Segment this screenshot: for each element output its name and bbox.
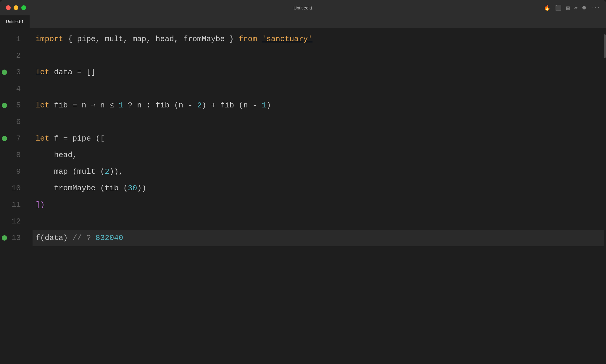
- line-num-11: 11: [9, 197, 27, 213]
- code-line-6: [33, 114, 604, 130]
- window-title: Untitled-1: [294, 5, 312, 10]
- token-let-3: let: [36, 64, 49, 80]
- code-line-11: ]): [33, 197, 604, 213]
- token-10-1: fromMaybe (fib (: [36, 180, 128, 197]
- token-5-2: ? n : fib (n -: [123, 97, 197, 114]
- bp-row-3[interactable]: [0, 64, 9, 80]
- split-icon[interactable]: ▦: [566, 4, 570, 11]
- bp-row-8: [0, 147, 9, 163]
- token-5-num2: 2: [197, 97, 202, 114]
- line-num-9: 9: [9, 163, 27, 180]
- token-9-2: )),: [109, 163, 123, 180]
- tab-bar: Untitled-1: [0, 15, 606, 28]
- token-1-1: { pipe, mult, map, head, fromMaybe }: [63, 31, 239, 47]
- bp-row-2: [0, 47, 9, 64]
- bp-row-5[interactable]: [0, 97, 9, 114]
- bp-row-11: [0, 197, 9, 213]
- token-10-num1: 30: [128, 180, 137, 197]
- token-13-1: f(data): [36, 230, 72, 246]
- token-13-comment: // ?: [72, 230, 91, 246]
- minimize-button[interactable]: [14, 5, 18, 10]
- token-5-3: ) + fib (n -: [202, 97, 262, 114]
- scrollbar[interactable]: [604, 28, 606, 364]
- line-num-2: 2: [9, 47, 27, 64]
- bp-row-6: [0, 114, 9, 130]
- line-num-12: 12: [9, 213, 27, 230]
- bp-row-13[interactable]: [0, 230, 9, 246]
- code-line-4: [33, 80, 604, 97]
- line-num-6: 6: [9, 114, 27, 130]
- line-num-13: 13: [9, 230, 27, 246]
- titlebar: Untitled-1 🔥 ⬛ ▦ ▱ ···: [0, 0, 606, 15]
- breakpoints-area: [0, 28, 9, 364]
- line-num-4: 4: [9, 80, 27, 97]
- flame-icon[interactable]: 🔥: [544, 4, 550, 11]
- scrollbar-thumb[interactable]: [604, 34, 606, 58]
- bp-row-1: [0, 31, 9, 47]
- code-line-2: [33, 47, 604, 64]
- token-13-space: [91, 230, 96, 246]
- bp-row-12: [0, 213, 9, 230]
- token-5-1: fib = n ⇒ n ≤: [49, 97, 119, 114]
- bp-row-10: [0, 180, 9, 197]
- token-3-1: data = []: [49, 64, 96, 80]
- token-9-1: map (mult (: [36, 163, 105, 180]
- token-13-result: 832040: [96, 230, 123, 246]
- code-line-8: head,: [33, 147, 604, 163]
- code-line-13: f(data) // ? 832040: [33, 230, 604, 246]
- token-1-2: [257, 31, 262, 47]
- code-line-1: import { pipe, mult, map, head, fromMayb…: [33, 31, 604, 47]
- line-num-3: 3: [9, 64, 27, 80]
- close-button[interactable]: [6, 5, 11, 10]
- tab-untitled[interactable]: Untitled-1: [0, 15, 30, 28]
- more-icon[interactable]: ···: [591, 5, 600, 11]
- line-num-8: 8: [9, 147, 27, 163]
- code-content[interactable]: import { pipe, mult, map, head, fromMayb…: [33, 28, 604, 364]
- token-let-7: let: [36, 130, 49, 147]
- token-from: from: [239, 31, 257, 47]
- line-numbers: 1 2 3 4 5 6 7 8 9 10 11 12 13: [9, 28, 33, 364]
- tab-label: Untitled-1: [6, 19, 24, 24]
- display-icon[interactable]: ⬛: [555, 4, 562, 11]
- bp-row-7[interactable]: [0, 130, 9, 147]
- toolbar-right: 🔥 ⬛ ▦ ▱ ···: [544, 4, 600, 11]
- token-5-num1: 1: [119, 97, 123, 114]
- token-11-1: ]): [36, 197, 45, 213]
- token-7-1: f = pipe ([: [49, 130, 105, 147]
- line-num-1: 1: [9, 31, 27, 47]
- token-5-4: ): [266, 97, 271, 114]
- token-sanctuary: 'sanctuary': [262, 31, 313, 47]
- token-import: import: [36, 31, 63, 47]
- code-line-10: fromMaybe (fib ( 30 )): [33, 180, 604, 197]
- code-line-3: let data = []: [33, 64, 604, 80]
- token-9-num1: 2: [105, 163, 109, 180]
- bp-row-9: [0, 163, 9, 180]
- code-line-5: let fib = n ⇒ n ≤ 1 ? n : fib (n - 2 ) +…: [33, 97, 604, 114]
- token-8-1: head,: [36, 147, 77, 163]
- maximize-button[interactable]: [21, 5, 26, 10]
- token-10-2: )): [137, 180, 146, 197]
- line-num-10: 10: [9, 180, 27, 197]
- dot-icon: [582, 6, 586, 9]
- traffic-lights: [6, 5, 26, 10]
- panel-icon[interactable]: ▱: [574, 4, 578, 11]
- line-num-7: 7: [9, 130, 27, 147]
- editor-area: 1 2 3 4 5 6 7 8 9 10 11 12 13 import { p…: [0, 28, 606, 364]
- bp-row-4: [0, 80, 9, 97]
- line-num-5: 5: [9, 97, 27, 114]
- window: Untitled-1 🔥 ⬛ ▦ ▱ ··· Untitled-1: [0, 0, 606, 364]
- code-line-12: [33, 213, 604, 230]
- token-let-5: let: [36, 97, 49, 114]
- code-line-9: map (mult ( 2 )),: [33, 163, 604, 180]
- token-5-num3: 1: [262, 97, 267, 114]
- code-line-7: let f = pipe ([: [33, 130, 604, 147]
